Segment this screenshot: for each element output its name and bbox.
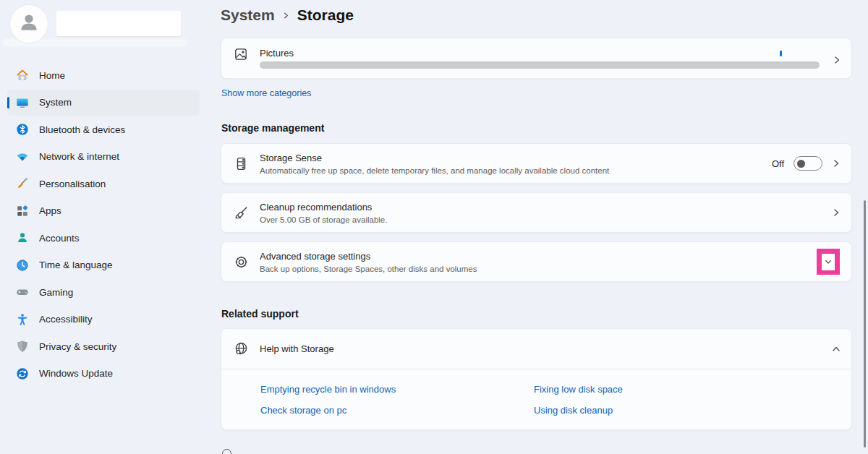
sidebar-item-label: Home — [39, 70, 65, 81]
bluetooth-icon — [16, 123, 29, 136]
breadcrumb-parent[interactable]: System — [221, 7, 275, 24]
person-icon — [17, 10, 41, 38]
sidebar-item-label: Bluetooth & devices — [39, 124, 125, 135]
accessibility-icon — [16, 313, 29, 326]
pictures-category-row[interactable]: Pictures — [221, 38, 852, 79]
help-link-recycle-bin[interactable]: Emptying recycle bin in windows — [260, 384, 534, 395]
sidebar-item-label: Time & language — [39, 260, 113, 270]
breadcrumb-chevron-icon — [282, 7, 290, 24]
sidebar-item-bluetooth-devices[interactable]: Bluetooth & devices — [7, 116, 200, 142]
show-more-categories-link[interactable]: Show more categories — [221, 88, 311, 98]
gaming-icon — [16, 286, 29, 299]
advanced-storage-settings-row[interactable]: Advanced storage settings Back up option… — [221, 241, 852, 282]
sidebar-item-label: Personalisation — [39, 179, 106, 189]
time-language-icon — [16, 259, 29, 272]
help-link-disk-cleanup[interactable]: Using disk cleanup — [534, 405, 623, 416]
cleanup-title: Cleanup recommendations — [260, 202, 832, 213]
storage-sense-row[interactable]: Storage Sense Automatically free up spac… — [221, 143, 852, 184]
settings-sidebar: Home System Blue — [0, 0, 211, 454]
sidebar-item-label: Gaming — [39, 287, 73, 298]
main-content: System Storage Pictures Show more catego… — [221, 0, 852, 454]
system-icon — [16, 96, 29, 109]
help-links: Emptying recycle bin in windows Fixing l… — [260, 384, 623, 416]
broom-icon — [234, 204, 250, 221]
toggle-knob — [797, 160, 805, 168]
chevron-right-icon[interactable] — [833, 54, 841, 63]
sidebar-item-accounts[interactable]: Accounts — [7, 225, 200, 251]
chevron-right-icon[interactable] — [832, 159, 841, 168]
network-icon — [16, 150, 29, 163]
help-card-header[interactable]: Help with Storage — [221, 329, 851, 369]
sidebar-item-label: Apps — [39, 205, 61, 216]
highlight-annotation-box — [817, 249, 840, 275]
sidebar-item-apps[interactable]: Apps — [7, 198, 200, 224]
accounts-icon — [16, 231, 29, 244]
sidebar-item-time-language[interactable]: Time & language — [7, 252, 200, 278]
sidebar-item-label: Windows Update — [39, 368, 113, 379]
vertical-scrollbar[interactable] — [864, 200, 866, 447]
advanced-description: Back up options, Storage Spaces, other d… — [260, 265, 817, 273]
user-name-redacted — [56, 11, 181, 36]
sidebar-item-windows-update[interactable]: Windows Update — [7, 361, 200, 387]
chevron-right-icon[interactable] — [832, 208, 841, 217]
help-with-storage-card: Help with Storage Emptying recycle bin i… — [221, 328, 852, 430]
sidebar-item-label: System — [39, 97, 72, 108]
windows-update-icon — [16, 367, 29, 380]
storage-sense-toggle[interactable] — [793, 156, 822, 171]
pictures-icon — [234, 47, 248, 61]
privacy-icon — [16, 340, 29, 353]
partial-next-card-icon — [222, 449, 231, 454]
sidebar-item-system[interactable]: System — [7, 90, 200, 116]
apps-icon — [16, 205, 29, 218]
chevron-down-icon[interactable] — [822, 254, 835, 270]
page-title: Storage — [297, 7, 354, 24]
chevron-up-icon[interactable] — [832, 345, 841, 354]
cleanup-description: Over 5.00 GB of storage available. — [260, 215, 832, 224]
cleanup-recommendations-row[interactable]: Cleanup recommendations Over 5.00 GB of … — [221, 192, 852, 233]
search-box-blurred[interactable] — [3, 39, 187, 46]
help-link-check-storage[interactable]: Check storage on pc — [260, 405, 534, 416]
sidebar-item-network-internet[interactable]: Network & internet — [7, 144, 200, 170]
usage-marker — [780, 51, 782, 56]
gear-icon — [234, 253, 250, 270]
globe-search-icon — [234, 340, 250, 358]
storage-management-heading: Storage management — [221, 122, 324, 134]
toggle-state-label: Off — [772, 158, 784, 169]
sidebar-item-label: Privacy & security — [39, 341, 116, 352]
pictures-label: Pictures — [260, 48, 294, 59]
pictures-usage-bar — [260, 61, 820, 69]
sidebar-item-label: Network & internet — [39, 151, 119, 162]
sidebar-item-accessibility[interactable]: Accessibility — [7, 307, 200, 333]
personalisation-icon — [16, 177, 29, 190]
storage-sense-title: Storage Sense — [260, 153, 772, 163]
sidebar-item-privacy-security[interactable]: Privacy & security — [7, 333, 200, 359]
advanced-title: Advanced storage settings — [260, 251, 817, 262]
storage-sense-icon — [234, 155, 250, 172]
sidebar-nav: Home System Blue — [7, 62, 200, 387]
sidebar-item-gaming[interactable]: Gaming — [7, 279, 200, 305]
sidebar-item-label: Accessibility — [39, 314, 93, 325]
help-card-title: Help with Storage — [260, 343, 334, 354]
sidebar-item-label: Accounts — [39, 233, 80, 244]
sidebar-item-home[interactable]: Home — [7, 62, 200, 88]
home-icon — [16, 69, 29, 82]
user-avatar[interactable] — [10, 5, 48, 43]
selection-indicator — [7, 97, 9, 108]
breadcrumb: System Storage — [221, 7, 354, 24]
storage-sense-description: Automatically free up space, delete temp… — [260, 166, 772, 175]
related-support-heading: Related support — [221, 308, 299, 320]
help-link-low-disk-space[interactable]: Fixing low disk space — [534, 384, 623, 395]
sidebar-item-personalisation[interactable]: Personalisation — [7, 171, 200, 197]
divider — [221, 369, 851, 369]
